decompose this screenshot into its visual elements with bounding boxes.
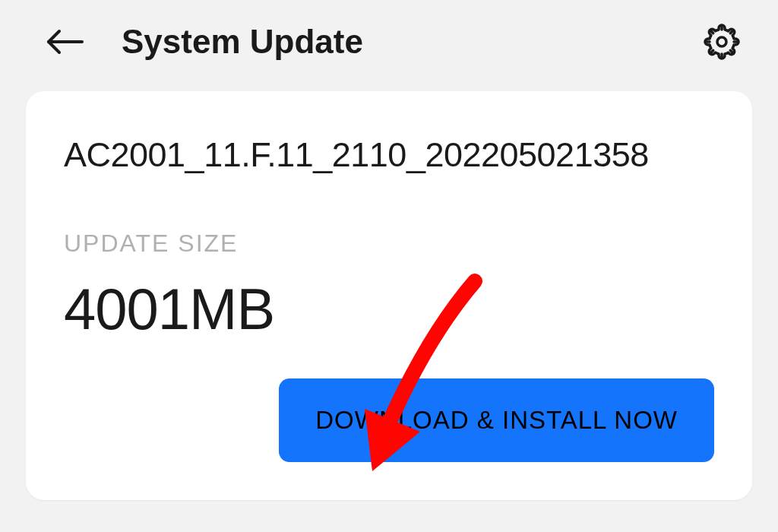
update-size-label: UPDATE SIZE <box>64 230 714 258</box>
back-arrow-icon[interactable] <box>46 27 84 57</box>
update-version: AC2001_11.F.11_2110_202205021358 <box>64 134 714 176</box>
page-title: System Update <box>122 23 704 61</box>
gear-icon[interactable] <box>704 24 740 60</box>
update-size-value: 4001MB <box>64 276 714 342</box>
download-install-button[interactable]: DOWNLOAD & INSTALL NOW <box>279 378 714 462</box>
svg-point-1 <box>717 37 726 46</box>
update-card: AC2001_11.F.11_2110_202205021358 UPDATE … <box>26 91 752 500</box>
app-header: System Update <box>0 0 778 91</box>
button-container: DOWNLOAD & INSTALL NOW <box>64 378 714 462</box>
